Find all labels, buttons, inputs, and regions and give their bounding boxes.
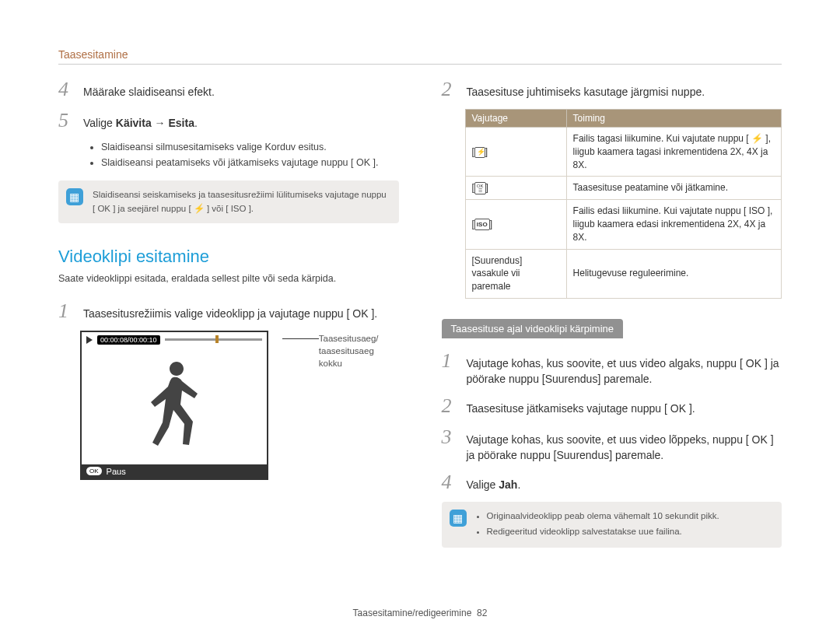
callout: Taasesitusaeg/ taasesitusaeg kokku bbox=[282, 331, 399, 370]
paus-label: Paus bbox=[107, 467, 126, 476]
section-title: Taasesitamine bbox=[58, 48, 128, 61]
page-footer: Taasesitamine/redigeerimine 82 bbox=[0, 608, 840, 618]
list-item: Originaalvideoklipp peab olema vähemalt … bbox=[487, 510, 772, 523]
subsection-header: Taasesituse ajal videoklipi kärpimine bbox=[442, 319, 624, 338]
heading-subtext: Saate videoklippi esitada, eraldada sell… bbox=[58, 273, 399, 284]
crop-step-2: 2 Taasesituse jätkamiseks vajutage nuppu… bbox=[442, 394, 782, 418]
page-number: 82 bbox=[477, 608, 487, 618]
bullet-list: Slaidiseansi silmusesitamiseks valige Ko… bbox=[58, 140, 399, 170]
step-4: 4 Määrake slaidiseansi efekt. bbox=[58, 78, 399, 101]
step-number: 5 bbox=[58, 109, 72, 132]
step-text: Vajutage kohas, kus soovite, et uus vide… bbox=[467, 433, 782, 463]
step-text: Taasesitusrežiimis valige videoklipp ja … bbox=[83, 306, 399, 322]
step-5: 5 Valige Käivita → Esita. bbox=[58, 109, 399, 132]
key-cell: [] bbox=[465, 128, 566, 177]
section-bar: Taasesitamine bbox=[58, 48, 782, 65]
step-text: Taasesituse jätkamiseks vajutage nuppu [… bbox=[467, 401, 782, 417]
two-column-layout: 4 Määrake slaidiseansi efekt. 5 Valige K… bbox=[58, 78, 782, 563]
desc-cell: Failis edasi liikumine. Kui vajutate nup… bbox=[566, 200, 781, 249]
th-action: Toiming bbox=[566, 110, 781, 128]
table-row: [Suurendus] vasakule vii paremale Helitu… bbox=[465, 249, 782, 298]
screenshot-wrapper: 00:00:08/00:00:10 OK Paus Taasesitusaeg/… bbox=[80, 331, 399, 480]
key-cell: [] bbox=[465, 177, 566, 200]
table-row: [ISO] Failis edasi liikumine. Kui vajuta… bbox=[465, 200, 782, 249]
iso-icon: ISO bbox=[474, 219, 490, 230]
ok-badge: OK bbox=[86, 467, 102, 475]
note-box: Originaalvideoklipp peab olema vähemalt … bbox=[442, 502, 782, 548]
step-text: Valige Käivita → Esita. bbox=[83, 116, 399, 131]
screen-bottom-bar: OK Paus bbox=[82, 464, 267, 478]
crop-step-3: 3 Vajutage kohas, kus soovite, et uus vi… bbox=[442, 426, 782, 463]
desc-cell: Failis tagasi liikumine. Kui vajutate nu… bbox=[566, 128, 781, 177]
step-text: Taasesituse juhtimiseks kasutage järgmis… bbox=[467, 85, 782, 100]
step-number: 2 bbox=[442, 394, 456, 418]
controls-table: Vajutage Toiming [] Failis tagasi liikum… bbox=[465, 109, 782, 299]
note-box: Slaidiseansi seiskamiseks ja taasesitusr… bbox=[58, 180, 399, 223]
heading-video: Videoklipi esitamine bbox=[58, 247, 399, 267]
table-header-row: Vajutage Toiming bbox=[465, 110, 782, 128]
step-text: Määrake slaidiseansi efekt. bbox=[83, 85, 399, 100]
note-list: Originaalvideoklipp peab olema vähemalt … bbox=[476, 510, 772, 538]
left-column: 4 Määrake slaidiseansi efekt. 5 Valige K… bbox=[58, 78, 399, 563]
dancer-silhouette bbox=[136, 357, 214, 458]
callout-line bbox=[282, 338, 319, 339]
step-number: 2 bbox=[442, 78, 456, 101]
step-number: 1 bbox=[442, 349, 456, 373]
table-row: [] Taasesituse peatamine või jätkamine. bbox=[465, 177, 782, 200]
key-cell: [Suurendus] vasakule vii paremale bbox=[465, 249, 566, 298]
video-frame bbox=[82, 348, 267, 464]
note-icon bbox=[450, 510, 467, 527]
list-item: Slaidiseansi silmusesitamiseks valige Ko… bbox=[101, 140, 399, 154]
crop-step-1: 1 Vajutage kohas, kus soovite, et uus vi… bbox=[442, 349, 782, 387]
key-cell: [ISO] bbox=[465, 200, 566, 249]
progress-bar bbox=[165, 338, 262, 341]
step-number: 4 bbox=[58, 78, 72, 101]
step-number: 3 bbox=[442, 426, 456, 449]
table-row: [] Failis tagasi liikumine. Kui vajutate… bbox=[465, 128, 782, 177]
step-1: 1 Taasesitusrežiimis valige videoklipp j… bbox=[58, 299, 399, 323]
step-number: 1 bbox=[58, 299, 72, 323]
step-text: Vajutage kohas, kus soovite, et uus vide… bbox=[467, 356, 782, 387]
th-press: Vajutage bbox=[465, 110, 566, 128]
step-number: 4 bbox=[442, 471, 456, 494]
step-2-right: 2 Taasesituse juhtimiseks kasutage järgm… bbox=[442, 78, 782, 101]
note-text: Slaidiseansi seiskamiseks ja taasesitusr… bbox=[93, 190, 387, 212]
ok-icon bbox=[474, 182, 486, 194]
desc-cell: Helitugevuse reguleerimine. bbox=[566, 249, 781, 298]
right-column: 2 Taasesituse juhtimiseks kasutage järgm… bbox=[442, 78, 782, 563]
list-item: Redigeeritud videoklipp salvestatakse uu… bbox=[487, 525, 772, 538]
callout-text: Taasesitusaeg/ taasesitusaeg kokku bbox=[319, 332, 399, 370]
note-icon bbox=[66, 188, 83, 205]
video-screen: 00:00:08/00:00:10 OK Paus bbox=[80, 331, 268, 480]
list-item: Slaidiseansi peatamiseks või jätkamiseks… bbox=[101, 156, 399, 170]
screen-top-bar: 00:00:08/00:00:10 bbox=[82, 332, 267, 348]
time-display: 00:00:08/00:00:10 bbox=[97, 335, 160, 345]
step-text: Valige Jah. bbox=[467, 478, 782, 493]
crop-step-4: 4 Valige Jah. bbox=[442, 471, 782, 494]
flash-icon bbox=[474, 147, 485, 158]
desc-cell: Taasesituse peatamine või jätkamine. bbox=[566, 177, 781, 200]
footer-text: Taasesitamine/redigeerimine bbox=[353, 608, 472, 618]
play-icon bbox=[86, 336, 93, 344]
